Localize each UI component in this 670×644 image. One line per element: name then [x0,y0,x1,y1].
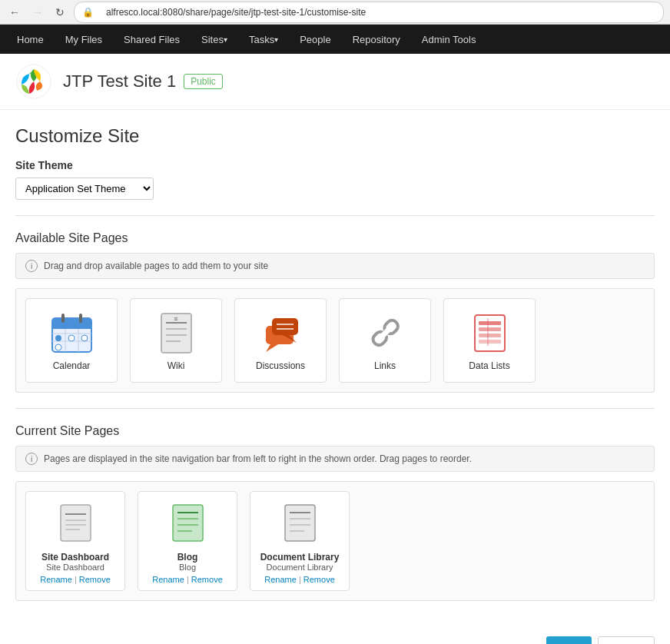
nav-people[interactable]: People [289,25,341,54]
current-pages-info-text: Pages are displayed in the site navigati… [44,453,472,464]
site-dashboard-rename[interactable]: Rename [40,575,72,584]
svg-rect-3 [52,326,91,329]
nav-sites[interactable]: Sites [191,25,238,54]
svg-point-11 [55,344,61,350]
wiki-icon: ≡ [153,310,199,356]
svg-text:≡: ≡ [174,315,177,323]
ok-button[interactable]: OK [546,636,592,644]
svg-rect-12 [61,314,65,323]
current-pages-section: Current Site Pages i Pages are displayed… [15,424,655,601]
svg-rect-34 [479,340,501,344]
available-pages-container: Calendar ≡ Wiki [15,288,655,393]
links-icon [362,310,408,356]
current-page-document-library[interactable]: Document Library Document Library Rename… [250,491,350,591]
site-header: JTP Test Site 1 Public [0,54,670,110]
public-badge: Public [184,74,223,89]
document-library-remove[interactable]: Remove [303,575,335,584]
current-pages-container: Site Dashboard Site Dashboard Rename | R… [15,481,655,601]
available-pages-section: Available Site Pages i Drag and drop ava… [15,231,655,393]
forward-button[interactable]: → [29,5,46,20]
svg-point-8 [55,335,61,341]
svg-rect-31 [479,321,501,325]
back-button[interactable]: ← [6,5,23,20]
reload-button[interactable]: ↻ [52,5,68,20]
available-page-discussions[interactable]: Discussions [234,298,327,383]
svg-rect-13 [79,314,82,323]
site-logo [15,63,52,100]
current-page-site-dashboard[interactable]: Site Dashboard Site Dashboard Rename | R… [25,491,125,591]
svg-rect-36 [61,505,91,541]
blog-subname: Blog [179,563,196,572]
nav-admin-tools[interactable]: Admin Tools [411,25,487,54]
nav-my-files[interactable]: My Files [55,25,113,54]
divider-2 [15,408,655,409]
theme-section: Site Theme Application Set Theme [15,159,655,200]
nav-tasks[interactable]: Tasks [238,25,289,54]
site-dashboard-icon [52,500,98,546]
nav-home[interactable]: Home [6,25,55,54]
theme-select[interactable]: Application Set Theme [15,178,154,200]
address-bar[interactable] [98,5,655,20]
wiki-label: Wiki [168,360,185,371]
available-page-calendar[interactable]: Calendar [25,298,118,383]
blog-icon [164,500,211,546]
main-content: Customize Site Site Theme Application Se… [0,110,670,616]
document-library-icon [277,500,323,546]
calendar-icon [48,310,95,356]
nav-shared-files[interactable]: Shared Files [113,25,191,54]
available-page-wiki[interactable]: ≡ Wiki [130,298,222,383]
data-lists-icon [466,310,512,356]
svg-rect-23 [272,318,298,335]
data-lists-label: Data Lists [469,360,509,371]
site-dashboard-actions: Rename | Remove [40,575,111,584]
current-pages-heading: Current Site Pages [15,424,655,438]
svg-rect-32 [479,327,501,331]
svg-rect-41 [173,505,203,541]
current-page-blog[interactable]: Blog Blog Rename | Remove [138,491,237,591]
svg-rect-30 [475,315,505,351]
top-navigation: Home My Files Shared Files Sites Tasks P… [0,25,670,54]
blog-actions: Rename | Remove [152,575,223,584]
document-library-rename[interactable]: Rename [264,575,297,584]
svg-point-9 [68,335,75,341]
site-title: JTP Test Site 1 [63,71,176,91]
divider-1 [15,215,655,216]
svg-marker-22 [266,344,278,352]
info-icon: i [25,260,38,272]
svg-point-10 [81,335,88,341]
site-dashboard-name: Site Dashboard [41,552,109,563]
blog-name: Blog [177,552,198,563]
available-page-data-lists[interactable]: Data Lists [443,298,536,383]
available-pages-info: i Drag and drop available pages to add t… [15,253,655,279]
document-library-subname: Document Library [267,563,333,572]
site-dashboard-subname: Site Dashboard [46,563,104,572]
browser-chrome: ← → ↻ 🔒 [0,0,670,25]
cancel-button[interactable]: Cancel [598,636,655,644]
footer-buttons: OK Cancel [0,624,670,644]
nav-repository[interactable]: Repository [342,25,411,54]
site-dashboard-remove[interactable]: Remove [79,575,111,584]
page-title: Customize Site [15,125,655,147]
blog-rename[interactable]: Rename [152,575,184,584]
discussions-label: Discussions [256,360,305,371]
info-icon-2: i [25,453,38,465]
theme-label: Site Theme [15,159,655,171]
current-pages-info: i Pages are displayed in the site naviga… [15,446,655,472]
lock-icon: 🔒 [82,7,94,18]
links-label: Links [374,360,396,371]
available-pages-heading: Available Site Pages [15,231,655,245]
svg-rect-46 [285,505,315,541]
calendar-label: Calendar [53,360,91,371]
blog-remove[interactable]: Remove [191,575,223,584]
discussions-icon [257,310,303,356]
document-library-actions: Rename | Remove [264,575,335,584]
available-pages-info-text: Drag and drop available pages to add the… [44,261,268,271]
available-page-links[interactable]: Links [339,298,431,383]
svg-rect-33 [479,334,501,337]
document-library-name: Document Library [260,552,340,563]
